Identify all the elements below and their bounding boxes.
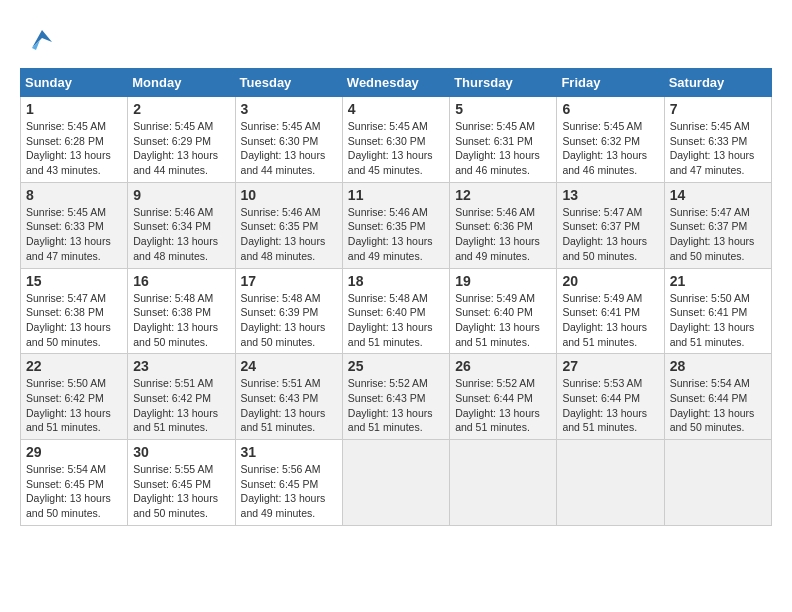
day-info: Sunrise: 5:56 AMSunset: 6:45 PMDaylight:… (241, 463, 326, 519)
day-info: Sunrise: 5:45 AMSunset: 6:28 PMDaylight:… (26, 120, 111, 176)
day-number: 31 (241, 444, 337, 460)
day-info: Sunrise: 5:54 AMSunset: 6:45 PMDaylight:… (26, 463, 111, 519)
day-number: 9 (133, 187, 229, 203)
day-number: 16 (133, 273, 229, 289)
calendar-day-cell (342, 440, 449, 526)
day-number: 30 (133, 444, 229, 460)
calendar-day-cell: 25Sunrise: 5:52 AMSunset: 6:43 PMDayligh… (342, 354, 449, 440)
day-number: 5 (455, 101, 551, 117)
day-number: 23 (133, 358, 229, 374)
day-info: Sunrise: 5:45 AMSunset: 6:29 PMDaylight:… (133, 120, 218, 176)
calendar-day-cell: 3Sunrise: 5:45 AMSunset: 6:30 PMDaylight… (235, 97, 342, 183)
day-info: Sunrise: 5:51 AMSunset: 6:43 PMDaylight:… (241, 377, 326, 433)
calendar-day-header: Tuesday (235, 69, 342, 97)
day-info: Sunrise: 5:52 AMSunset: 6:43 PMDaylight:… (348, 377, 433, 433)
day-info: Sunrise: 5:45 AMSunset: 6:31 PMDaylight:… (455, 120, 540, 176)
calendar-day-header: Wednesday (342, 69, 449, 97)
calendar-day-cell: 6Sunrise: 5:45 AMSunset: 6:32 PMDaylight… (557, 97, 664, 183)
day-info: Sunrise: 5:45 AMSunset: 6:30 PMDaylight:… (241, 120, 326, 176)
calendar-day-cell: 1Sunrise: 5:45 AMSunset: 6:28 PMDaylight… (21, 97, 128, 183)
calendar-day-cell: 23Sunrise: 5:51 AMSunset: 6:42 PMDayligh… (128, 354, 235, 440)
calendar-week-row: 1Sunrise: 5:45 AMSunset: 6:28 PMDaylight… (21, 97, 772, 183)
day-info: Sunrise: 5:47 AMSunset: 6:38 PMDaylight:… (26, 292, 111, 348)
day-number: 3 (241, 101, 337, 117)
day-number: 4 (348, 101, 444, 117)
calendar-day-header: Sunday (21, 69, 128, 97)
day-number: 11 (348, 187, 444, 203)
calendar-day-cell: 27Sunrise: 5:53 AMSunset: 6:44 PMDayligh… (557, 354, 664, 440)
calendar-week-row: 8Sunrise: 5:45 AMSunset: 6:33 PMDaylight… (21, 182, 772, 268)
calendar-day-cell: 17Sunrise: 5:48 AMSunset: 6:39 PMDayligh… (235, 268, 342, 354)
day-info: Sunrise: 5:47 AMSunset: 6:37 PMDaylight:… (562, 206, 647, 262)
day-info: Sunrise: 5:46 AMSunset: 6:36 PMDaylight:… (455, 206, 540, 262)
day-number: 1 (26, 101, 122, 117)
logo-bird-icon (20, 20, 58, 58)
day-number: 28 (670, 358, 766, 374)
day-number: 6 (562, 101, 658, 117)
calendar-day-cell: 12Sunrise: 5:46 AMSunset: 6:36 PMDayligh… (450, 182, 557, 268)
day-number: 27 (562, 358, 658, 374)
day-info: Sunrise: 5:49 AMSunset: 6:40 PMDaylight:… (455, 292, 540, 348)
day-number: 7 (670, 101, 766, 117)
day-info: Sunrise: 5:46 AMSunset: 6:35 PMDaylight:… (348, 206, 433, 262)
calendar-day-header: Monday (128, 69, 235, 97)
calendar-day-cell: 5Sunrise: 5:45 AMSunset: 6:31 PMDaylight… (450, 97, 557, 183)
day-info: Sunrise: 5:47 AMSunset: 6:37 PMDaylight:… (670, 206, 755, 262)
day-info: Sunrise: 5:45 AMSunset: 6:33 PMDaylight:… (26, 206, 111, 262)
calendar-day-cell: 20Sunrise: 5:49 AMSunset: 6:41 PMDayligh… (557, 268, 664, 354)
day-number: 29 (26, 444, 122, 460)
calendar-day-header: Saturday (664, 69, 771, 97)
day-info: Sunrise: 5:50 AMSunset: 6:42 PMDaylight:… (26, 377, 111, 433)
calendar-day-cell: 21Sunrise: 5:50 AMSunset: 6:41 PMDayligh… (664, 268, 771, 354)
day-number: 10 (241, 187, 337, 203)
day-info: Sunrise: 5:54 AMSunset: 6:44 PMDaylight:… (670, 377, 755, 433)
calendar-day-cell: 7Sunrise: 5:45 AMSunset: 6:33 PMDaylight… (664, 97, 771, 183)
day-info: Sunrise: 5:51 AMSunset: 6:42 PMDaylight:… (133, 377, 218, 433)
calendar-day-cell (557, 440, 664, 526)
calendar-day-cell: 14Sunrise: 5:47 AMSunset: 6:37 PMDayligh… (664, 182, 771, 268)
calendar-day-cell: 4Sunrise: 5:45 AMSunset: 6:30 PMDaylight… (342, 97, 449, 183)
calendar-day-cell: 16Sunrise: 5:48 AMSunset: 6:38 PMDayligh… (128, 268, 235, 354)
calendar-week-row: 29Sunrise: 5:54 AMSunset: 6:45 PMDayligh… (21, 440, 772, 526)
calendar-day-cell: 30Sunrise: 5:55 AMSunset: 6:45 PMDayligh… (128, 440, 235, 526)
day-info: Sunrise: 5:48 AMSunset: 6:40 PMDaylight:… (348, 292, 433, 348)
calendar-week-row: 22Sunrise: 5:50 AMSunset: 6:42 PMDayligh… (21, 354, 772, 440)
page-header (20, 20, 772, 58)
calendar-table: SundayMondayTuesdayWednesdayThursdayFrid… (20, 68, 772, 526)
day-number: 13 (562, 187, 658, 203)
day-number: 19 (455, 273, 551, 289)
day-info: Sunrise: 5:53 AMSunset: 6:44 PMDaylight:… (562, 377, 647, 433)
calendar-day-cell: 26Sunrise: 5:52 AMSunset: 6:44 PMDayligh… (450, 354, 557, 440)
calendar-day-cell: 9Sunrise: 5:46 AMSunset: 6:34 PMDaylight… (128, 182, 235, 268)
day-number: 21 (670, 273, 766, 289)
day-number: 17 (241, 273, 337, 289)
day-info: Sunrise: 5:45 AMSunset: 6:33 PMDaylight:… (670, 120, 755, 176)
day-number: 25 (348, 358, 444, 374)
day-number: 20 (562, 273, 658, 289)
calendar-day-header: Friday (557, 69, 664, 97)
day-info: Sunrise: 5:45 AMSunset: 6:32 PMDaylight:… (562, 120, 647, 176)
calendar-day-cell: 2Sunrise: 5:45 AMSunset: 6:29 PMDaylight… (128, 97, 235, 183)
day-info: Sunrise: 5:46 AMSunset: 6:35 PMDaylight:… (241, 206, 326, 262)
day-number: 12 (455, 187, 551, 203)
day-number: 14 (670, 187, 766, 203)
calendar-day-cell: 28Sunrise: 5:54 AMSunset: 6:44 PMDayligh… (664, 354, 771, 440)
calendar-day-cell: 8Sunrise: 5:45 AMSunset: 6:33 PMDaylight… (21, 182, 128, 268)
logo (20, 20, 62, 58)
day-number: 24 (241, 358, 337, 374)
calendar-day-cell: 29Sunrise: 5:54 AMSunset: 6:45 PMDayligh… (21, 440, 128, 526)
calendar-day-cell: 19Sunrise: 5:49 AMSunset: 6:40 PMDayligh… (450, 268, 557, 354)
day-number: 26 (455, 358, 551, 374)
calendar-header-row: SundayMondayTuesdayWednesdayThursdayFrid… (21, 69, 772, 97)
calendar-day-cell (450, 440, 557, 526)
day-info: Sunrise: 5:45 AMSunset: 6:30 PMDaylight:… (348, 120, 433, 176)
day-number: 2 (133, 101, 229, 117)
calendar-day-cell: 31Sunrise: 5:56 AMSunset: 6:45 PMDayligh… (235, 440, 342, 526)
calendar-day-cell: 22Sunrise: 5:50 AMSunset: 6:42 PMDayligh… (21, 354, 128, 440)
day-info: Sunrise: 5:52 AMSunset: 6:44 PMDaylight:… (455, 377, 540, 433)
calendar-day-cell: 10Sunrise: 5:46 AMSunset: 6:35 PMDayligh… (235, 182, 342, 268)
calendar-day-cell: 13Sunrise: 5:47 AMSunset: 6:37 PMDayligh… (557, 182, 664, 268)
calendar-day-cell: 18Sunrise: 5:48 AMSunset: 6:40 PMDayligh… (342, 268, 449, 354)
calendar-day-cell (664, 440, 771, 526)
calendar-day-header: Thursday (450, 69, 557, 97)
